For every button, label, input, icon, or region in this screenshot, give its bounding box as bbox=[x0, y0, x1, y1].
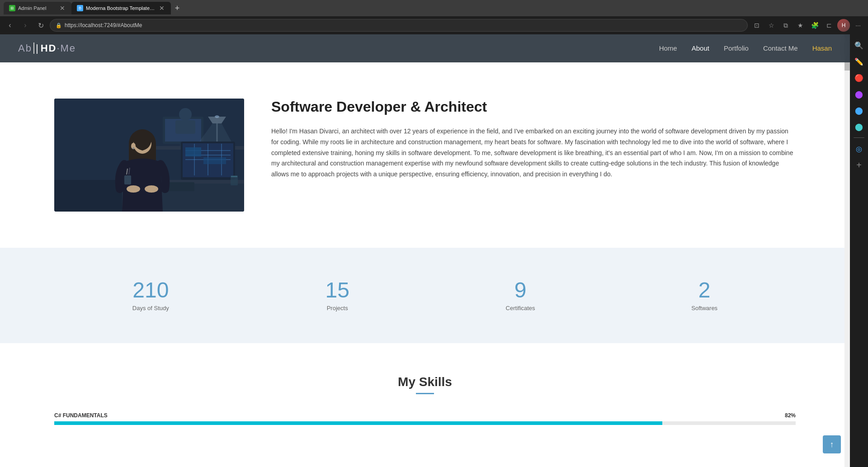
side-add-icon[interactable]: + bbox=[852, 158, 866, 172]
skill-bar-bg-csharp bbox=[54, 421, 796, 425]
stat-softwares: 2 Softwares bbox=[691, 279, 717, 311]
brand-hd: HD bbox=[41, 42, 57, 54]
extensions-button[interactable]: 🧩 bbox=[808, 19, 821, 32]
tab-moderna-close[interactable]: ✕ bbox=[158, 5, 165, 12]
tab-admin[interactable]: ⊞ Admin Panel ✕ bbox=[4, 2, 71, 14]
skill-item-csharp: C# FUNDAMENTALS 82% bbox=[54, 412, 796, 425]
nav-link-hasan[interactable]: Hasan bbox=[812, 44, 832, 52]
back-button[interactable]: ‹ bbox=[4, 19, 16, 32]
reload-button[interactable]: ↻ bbox=[34, 19, 47, 32]
side-blue-icon[interactable]: ⬤ bbox=[852, 103, 866, 118]
bookmark-star-button[interactable]: ☆ bbox=[765, 19, 778, 32]
tab-admin-close[interactable]: ✕ bbox=[59, 5, 66, 12]
nav-item-about[interactable]: About bbox=[692, 44, 709, 52]
stat-certificates-number: 9 bbox=[506, 279, 535, 301]
stat-softwares-label: Softwares bbox=[691, 305, 717, 311]
tab-moderna-favicon: B bbox=[77, 5, 83, 11]
stat-projects: 15 Projects bbox=[325, 279, 349, 311]
navbar: Ab|HD·Me Home About Portfolio Contact Me… bbox=[0, 34, 850, 62]
stat-certificates-label: Certificates bbox=[506, 305, 535, 311]
address-bar[interactable]: 🔒 https://localhost:7249/#AboutMe bbox=[50, 19, 748, 32]
side-edit-icon[interactable]: ✏️ bbox=[852, 54, 866, 69]
tab-admin-favicon: ⊞ bbox=[9, 5, 15, 11]
skills-section: My Skills C# FUNDAMENTALS 82% bbox=[0, 343, 850, 452]
browser-side-panel: 🔍 ✏️ 🔴 ⬤ ⬤ ⬤ ◎ + bbox=[850, 34, 868, 452]
side-circle-icon[interactable]: ◎ bbox=[852, 142, 866, 156]
stats-section: 210 Days of Study 15 Projects 9 Certific… bbox=[0, 248, 850, 343]
lock-icon: 🔒 bbox=[56, 23, 62, 28]
browser-tabs-bar: ⊞ Admin Panel ✕ B Moderna Bootstrap Temp… bbox=[0, 0, 868, 16]
brand-ab: Ab bbox=[18, 42, 32, 54]
skill-name-csharp: C# FUNDAMENTALS bbox=[54, 412, 108, 419]
tab-moderna-title: Moderna Bootstrap Template - ... bbox=[86, 5, 156, 11]
browser-chrome: ⊞ Admin Panel ✕ B Moderna Bootstrap Temp… bbox=[0, 0, 868, 34]
url-text: https://localhost:7249/#AboutMe bbox=[65, 22, 142, 28]
side-teal-icon[interactable]: ⬤ bbox=[852, 119, 866, 134]
skill-bar-fill-csharp bbox=[54, 421, 662, 425]
forward-button[interactable]: › bbox=[19, 19, 32, 32]
brand-me: ·Me bbox=[57, 42, 76, 54]
navbar-brand: Ab|HD·Me bbox=[18, 42, 76, 54]
browser-toolbar: ‹ › ↻ 🔒 https://localhost:7249/#AboutMe … bbox=[0, 16, 868, 34]
profile-avatar[interactable]: H bbox=[837, 19, 850, 32]
nav-link-home[interactable]: Home bbox=[659, 44, 677, 52]
tab-admin-title: Admin Panel bbox=[18, 5, 56, 11]
about-image-svg bbox=[54, 99, 244, 212]
about-image bbox=[54, 99, 244, 212]
nav-item-hasan[interactable]: Hasan bbox=[812, 44, 832, 52]
nav-item-home[interactable]: Home bbox=[659, 44, 677, 52]
brand-separator: | bbox=[33, 42, 39, 54]
stat-days-label: Days of Study bbox=[132, 305, 169, 311]
skill-header-csharp: C# FUNDAMENTALS 82% bbox=[54, 412, 796, 419]
side-search-icon[interactable]: 🔍 bbox=[852, 38, 866, 52]
stat-projects-label: Projects bbox=[325, 305, 349, 311]
about-body: Hello! I'm Hasan Divarci, an architect w… bbox=[271, 126, 796, 180]
about-text: Software Developer & Architect Hello! I'… bbox=[271, 99, 796, 180]
nav-item-portfolio[interactable]: Portfolio bbox=[724, 44, 749, 52]
navbar-nav: Home About Portfolio Contact Me Hasan bbox=[659, 44, 832, 52]
more-button[interactable]: ··· bbox=[852, 19, 864, 32]
scroll-top-button[interactable]: ↑ bbox=[823, 435, 841, 452]
stat-certificates: 9 Certificates bbox=[506, 279, 535, 311]
nav-link-about[interactable]: About bbox=[692, 44, 709, 52]
tab-moderna[interactable]: B Moderna Bootstrap Template - ... ✕ bbox=[71, 2, 171, 14]
nav-item-contact[interactable]: Contact Me bbox=[763, 44, 798, 52]
nav-link-contact[interactable]: Contact Me bbox=[763, 44, 798, 52]
about-heading: Software Developer & Architect bbox=[271, 99, 796, 115]
split-view-button[interactable]: ⧉ bbox=[779, 19, 792, 32]
new-tab-button[interactable]: + bbox=[171, 2, 184, 14]
svg-rect-40 bbox=[54, 99, 244, 212]
skills-title: My Skills bbox=[54, 375, 796, 389]
side-purple-icon[interactable]: ⬤ bbox=[852, 87, 866, 101]
about-section: Software Developer & Architect Hello! I'… bbox=[0, 62, 850, 248]
side-divider bbox=[854, 137, 864, 138]
skill-percent-csharp: 82% bbox=[785, 412, 796, 419]
scrollbar-track[interactable] bbox=[844, 34, 850, 452]
toolbar-right: ⊡ ☆ ⧉ ★ 🧩 ⊏ H ··· bbox=[750, 19, 864, 32]
side-attach-icon[interactable]: 🔴 bbox=[852, 71, 866, 85]
reader-view-button[interactable]: ⊡ bbox=[750, 19, 763, 32]
stat-days: 210 Days of Study bbox=[132, 279, 169, 311]
skills-underline bbox=[416, 393, 434, 394]
stat-projects-number: 15 bbox=[325, 279, 349, 301]
stat-softwares-number: 2 bbox=[691, 279, 717, 301]
website-content: Ab|HD·Me Home About Portfolio Contact Me… bbox=[0, 34, 850, 452]
sidebar-toggle-button[interactable]: ⊏ bbox=[823, 19, 835, 32]
favorites-button[interactable]: ★ bbox=[794, 19, 807, 32]
nav-link-portfolio[interactable]: Portfolio bbox=[724, 44, 749, 52]
stat-days-number: 210 bbox=[132, 279, 169, 301]
